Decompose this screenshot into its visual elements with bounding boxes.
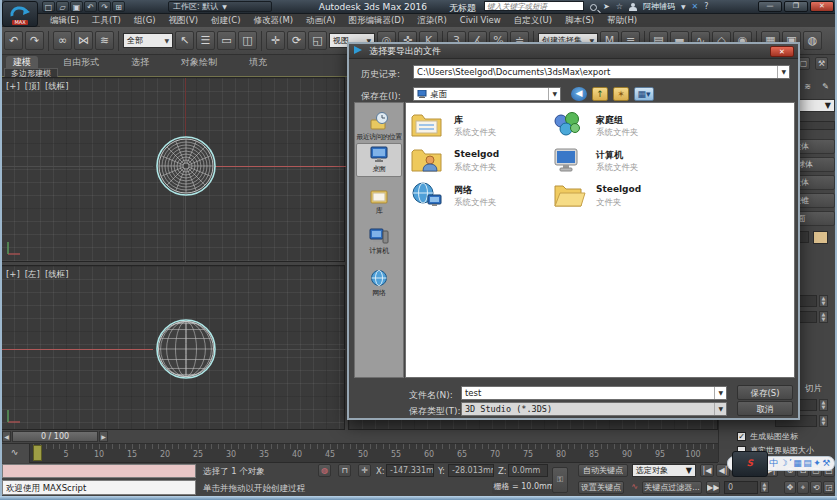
y-coordinate-field[interactable]: -28.013mm <box>448 464 494 477</box>
slice-to-spinner[interactable]: ▲▼ <box>819 415 828 427</box>
search-input[interactable] <box>484 1 584 11</box>
filename-input[interactable]: test▼ <box>461 386 727 400</box>
place-libraries[interactable]: 库 <box>356 187 402 216</box>
save-in-dropdown[interactable]: 桌面▼ <box>413 87 561 101</box>
menu-item[interactable]: Civil View <box>454 14 507 27</box>
moon-icon[interactable]: ☽ <box>780 457 788 470</box>
viewport-menu-view[interactable]: [顶] <box>25 81 40 93</box>
select-and-scale-icon[interactable]: ◱ <box>308 31 327 50</box>
account-person-icon[interactable] <box>629 3 637 11</box>
time-slider-thumb[interactable]: 0 / 100 <box>12 431 98 442</box>
generate-mapping-checkbox[interactable]: ✓ 生成贴图坐标 <box>737 431 798 442</box>
save-button[interactable]: 保存(S) <box>737 385 793 400</box>
menu-item[interactable]: 视图(V) <box>163 14 204 27</box>
menu-item[interactable]: 工具(T) <box>86 14 127 27</box>
project-folder-icon[interactable]: ⊞ <box>112 1 125 12</box>
viewport-nav-icon[interactable]: ◲ <box>823 481 835 494</box>
select-object-icon[interactable]: ↖ <box>175 31 194 50</box>
key-filters-button[interactable]: 关键点过滤器... <box>642 481 702 494</box>
select-and-move-icon[interactable]: ✛ <box>266 31 285 50</box>
account-name[interactable]: 阿神辅码 <box>643 2 675 12</box>
radius-spinner[interactable]: ▲▼ <box>819 295 828 307</box>
z-coordinate-field[interactable]: 0.0mm <box>508 464 548 477</box>
current-frame-field[interactable]: 0 <box>724 481 758 494</box>
menu-item[interactable]: 图形编辑器(D) <box>343 14 411 27</box>
track-bar-frame-marker[interactable] <box>33 445 42 461</box>
utilities-hammer-icon[interactable]: ⚒ <box>815 57 828 70</box>
workspace-dropdown[interactable]: 工作区: 默认 ▼ <box>168 1 272 12</box>
frame-spinner[interactable]: ▲▼ <box>760 481 769 493</box>
viewport-menu-plus[interactable]: [+] <box>6 81 20 93</box>
selection-filter-dropdown[interactable]: 全部▼ <box>123 33 173 48</box>
minimize-button[interactable]: — <box>758 1 782 12</box>
viewport-menu-shading[interactable]: [线框] <box>45 81 69 93</box>
menu-item[interactable]: 编辑(E) <box>44 14 85 27</box>
adaptive-degradation-icon[interactable]: ◍ <box>318 464 331 477</box>
ribbon-panel-polygon-modeling[interactable]: 多边形建模 <box>4 68 58 77</box>
object-color-swatch[interactable] <box>813 231 828 244</box>
place-recent[interactable]: 最近访问的位置 <box>356 111 402 142</box>
menu-item[interactable]: 组(G) <box>128 14 162 27</box>
help-icon[interactable]: ? <box>704 2 708 12</box>
select-by-name-icon[interactable]: ☰ <box>196 31 215 50</box>
toolbox-icon[interactable]: ✦ <box>813 457 821 470</box>
up-one-level-icon[interactable]: ↑ <box>592 87 608 101</box>
frame-forward-arrow[interactable]: ▶ <box>99 431 108 442</box>
auto-key-button[interactable]: 自动关键点 <box>578 464 628 477</box>
track-bar[interactable]: ∿ 51015202530354045505560657075808590951… <box>0 444 718 463</box>
chinese-mode[interactable]: 中 <box>769 457 778 470</box>
ribbon-tab[interactable]: 自由形式 <box>56 56 106 69</box>
undo-scene-icon[interactable]: ↶ <box>84 1 97 12</box>
selection-lock-icon[interactable]: ⊓ <box>338 464 351 477</box>
sogou-logo[interactable]: S <box>732 451 768 477</box>
transport-button[interactable]: |◀ <box>700 464 714 477</box>
file-item-steelgod-folder[interactable]: Steelgod 文件夹 <box>552 181 732 213</box>
menu-item[interactable]: 创建(C) <box>205 14 247 27</box>
x-coordinate-field[interactable]: -147.331mm <box>386 464 434 477</box>
undo-icon[interactable]: ↶ <box>4 31 23 50</box>
chevron-down-icon[interactable]: ▼ <box>681 2 686 12</box>
create-new-folder-icon[interactable]: ✶ <box>613 87 629 101</box>
viewport-menu-shading[interactable]: [线框] <box>45 269 69 281</box>
filetype-dropdown[interactable]: 3D Studio (*.3DS)▼ <box>461 402 727 416</box>
new-scene-icon[interactable]: □ <box>42 1 55 12</box>
set-key-button[interactable]: 设置关键点 <box>578 481 624 494</box>
select-and-rotate-icon[interactable]: ⟳ <box>287 31 306 50</box>
menu-item[interactable]: 渲染(R) <box>411 14 453 27</box>
keyboard-icon[interactable]: ▦ <box>793 457 802 470</box>
search-icon[interactable] <box>590 4 597 11</box>
history-dropdown[interactable]: C:\Users\Steelgod\Documents\3dsMax\expor… <box>413 65 790 79</box>
frame-back-arrow[interactable]: ◀ <box>2 431 11 442</box>
absolute-offset-toggle-icon[interactable]: ✛ <box>358 464 371 477</box>
bind-to-space-warp-icon[interactable]: ≋ <box>95 31 114 50</box>
view-menu-icon[interactable]: ▦▾ <box>634 87 654 101</box>
place-computer[interactable]: 计算机 <box>356 227 402 256</box>
ribbon-tab[interactable]: 选择 <box>124 56 156 69</box>
viewport-left[interactable]: [+] [左] [线框] <box>0 265 345 430</box>
file-item-computer[interactable]: 计算机 系统文件夹 <box>552 146 732 178</box>
window-crossing-icon[interactable]: ◫ <box>238 31 257 50</box>
sign-in-arrow-icon[interactable]: ➤ <box>603 2 610 12</box>
render-production-icon[interactable]: ◍ <box>803 31 822 50</box>
rectangular-region-icon[interactable]: ▭ <box>217 31 236 50</box>
dialog-title-bar[interactable]: 选择要导出的文件 ✕ <box>349 44 798 59</box>
sphere-object-top-view[interactable] <box>154 134 218 198</box>
menu-item[interactable]: 帮助(H) <box>601 14 643 27</box>
file-item-homegroup[interactable]: 家庭组 系统文件夹 <box>552 111 732 143</box>
place-desktop[interactable]: 桌面 <box>356 143 402 177</box>
save-file-icon[interactable]: ▣ <box>70 1 83 12</box>
viewport-top[interactable]: [+] [顶] [线框] <box>0 77 345 262</box>
mini-curve-editor-button[interactable]: ∿ <box>0 444 30 463</box>
menu-item[interactable]: 自定义(U) <box>508 14 558 27</box>
open-file-icon[interactable]: ▱ <box>56 1 69 12</box>
ribbon-tab[interactable]: 填充 <box>242 56 274 69</box>
maxscript-mini-listener-white[interactable]: 欢迎使用 MAXScript <box>2 480 196 495</box>
close-button[interactable]: ✕ <box>810 1 834 12</box>
primitive-category-dropdown[interactable]: ▼ <box>799 99 835 112</box>
cancel-button[interactable]: 取消 <box>737 401 793 416</box>
clipboard-icon[interactable]: ▤ <box>803 457 812 470</box>
maxscript-mini-listener-pink[interactable] <box>2 464 196 478</box>
back-folder-icon[interactable]: ◀ <box>571 87 587 101</box>
menu-item[interactable]: 动画(A) <box>300 14 341 27</box>
viewport-menu-view[interactable]: [左] <box>25 269 40 281</box>
